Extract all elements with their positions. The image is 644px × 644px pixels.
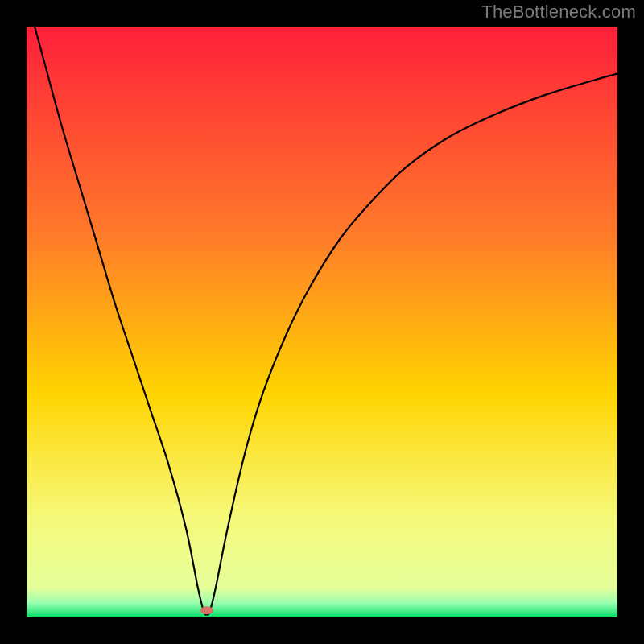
chart-frame: TheBottleneck.com (0, 0, 644, 644)
bottleneck-chart (27, 27, 617, 617)
gradient-background (27, 27, 617, 617)
plot-area (27, 27, 617, 617)
watermark-text: TheBottleneck.com (481, 2, 636, 23)
optimal-point-marker (200, 606, 213, 614)
